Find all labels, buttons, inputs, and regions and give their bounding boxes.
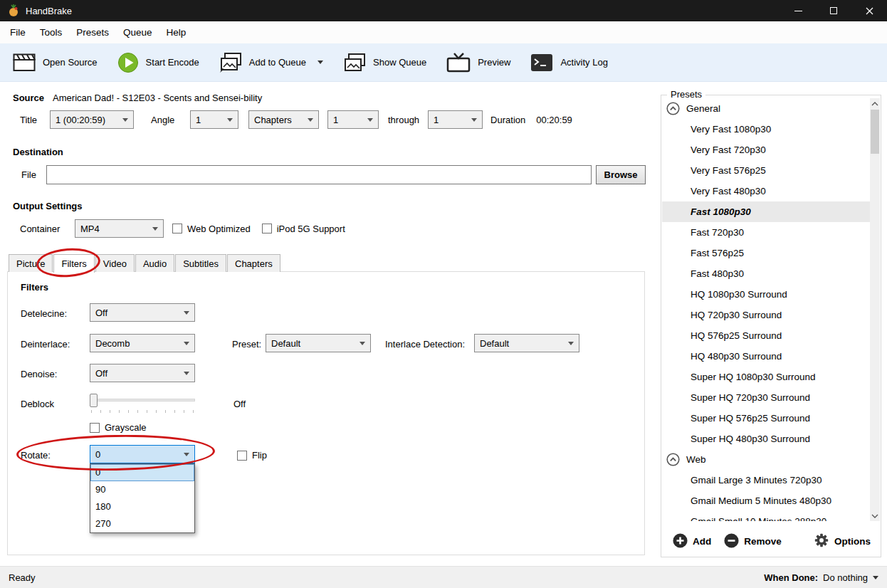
preset-group-general[interactable]: General xyxy=(662,98,870,119)
chevron-down-icon xyxy=(184,342,189,345)
maximize-button[interactable] xyxy=(816,0,851,21)
preset-item[interactable]: Gmail Small 10 Minutes 288p30 xyxy=(662,511,870,521)
preset-item[interactable]: Very Fast 720p30 xyxy=(662,140,870,160)
rotate-option-270[interactable]: 270 xyxy=(90,515,194,532)
rotate-dropdown-list: 0 90 180 270 xyxy=(90,463,195,533)
angle-label: Angle xyxy=(151,115,179,125)
menu-queue[interactable]: Queue xyxy=(116,21,159,43)
interlace-detection-value: Default xyxy=(480,338,564,349)
preset-options-button[interactable]: Options xyxy=(814,532,871,550)
slider-thumb[interactable] xyxy=(90,394,98,407)
rotate-option-180[interactable]: 180 xyxy=(90,498,194,515)
chevron-down-icon xyxy=(227,118,233,122)
close-button[interactable] xyxy=(851,0,887,21)
preset-item[interactable]: Super HQ 720p30 Surround xyxy=(662,387,870,408)
preset-item[interactable]: Super HQ 576p25 Surround xyxy=(662,408,870,429)
web-optimized-label: Web Optimized xyxy=(187,224,251,234)
preview-button[interactable]: Preview xyxy=(436,43,520,81)
preset-item[interactable]: HQ 480p30 Surround xyxy=(662,346,870,367)
preset-item-selected[interactable]: Fast 1080p30 xyxy=(662,201,870,222)
through-label: through xyxy=(388,115,419,125)
preset-item[interactable]: HQ 576p25 Surround xyxy=(662,325,870,346)
preset-item[interactable]: Gmail Medium 5 Minutes 480p30 xyxy=(662,490,870,511)
activity-log-button[interactable]: Activity Log xyxy=(520,43,617,81)
range-type-select[interactable]: Chapters xyxy=(248,110,319,129)
scrollbar-thumb[interactable] xyxy=(871,110,879,154)
deinterlace-value: Decomb xyxy=(95,338,179,349)
title-select[interactable]: 1 (00:20:59) xyxy=(50,110,134,129)
tab-audio[interactable]: Audio xyxy=(135,254,174,272)
preset-item[interactable]: Fast 480p30 xyxy=(662,263,870,284)
toolbar: Open Source Start Encode Add to Queue xyxy=(0,43,887,82)
denoise-select[interactable]: Off xyxy=(90,364,195,382)
presets-scrollbar[interactable] xyxy=(870,98,880,521)
deblock-slider[interactable] xyxy=(90,393,196,413)
preset-item[interactable]: HQ 1080p30 Surround xyxy=(662,284,870,305)
tab-subtitles[interactable]: Subtitles xyxy=(175,254,226,272)
scroll-down-button[interactable] xyxy=(870,510,880,521)
container-label: Container xyxy=(20,224,75,234)
chapter-end-select[interactable]: 1 xyxy=(428,110,483,129)
menu-file[interactable]: File xyxy=(3,21,33,43)
collapse-chevron-icon[interactable] xyxy=(666,453,680,466)
web-optimized-checkbox[interactable] xyxy=(172,224,182,233)
gear-icon xyxy=(814,532,829,550)
minimize-button[interactable] xyxy=(780,0,816,21)
remove-preset-button[interactable]: Remove xyxy=(724,533,782,550)
add-preset-button[interactable]: Add xyxy=(673,533,711,550)
destination-heading: Destination xyxy=(13,147,63,157)
close-icon xyxy=(866,7,873,15)
detelecine-label: Detelecine: xyxy=(21,308,67,319)
container-select[interactable]: MP4 xyxy=(75,219,164,238)
activity-log-label: Activity Log xyxy=(560,57,607,68)
preset-item[interactable]: Fast 576p25 xyxy=(662,243,870,263)
start-encode-button[interactable]: Start Encode xyxy=(107,43,209,81)
range-type-value: Chapters xyxy=(254,115,303,125)
tab-chapters[interactable]: Chapters xyxy=(227,254,280,272)
collapse-chevron-icon[interactable] xyxy=(666,102,680,115)
chapter-start-select[interactable]: 1 xyxy=(327,110,379,129)
tab-picture[interactable]: Picture xyxy=(9,254,53,272)
preset-item[interactable]: Very Fast 480p30 xyxy=(662,181,870,201)
preset-item[interactable]: Fast 720p30 xyxy=(662,222,870,243)
rotate-option-90[interactable]: 90 xyxy=(90,481,194,498)
ipod-support-checkbox[interactable] xyxy=(262,224,272,233)
when-done-control[interactable]: When Done: Do nothing xyxy=(764,572,878,583)
preset-actions: Add Remove xyxy=(673,532,871,550)
preset-item[interactable]: Very Fast 576p25 xyxy=(662,160,870,181)
grayscale-checkbox[interactable] xyxy=(90,423,100,433)
interlace-detection-select[interactable]: Default xyxy=(474,334,579,352)
preview-label: Preview xyxy=(478,57,510,68)
preset-item[interactable]: Super HQ 480p30 Surround xyxy=(662,429,870,449)
rotate-option-0[interactable]: 0 xyxy=(90,464,194,481)
menu-tools[interactable]: Tools xyxy=(33,21,70,43)
open-source-button[interactable]: Open Source xyxy=(3,43,107,81)
tab-video[interactable]: Video xyxy=(95,254,135,272)
scroll-up-button[interactable] xyxy=(870,98,880,109)
destination-file-input[interactable] xyxy=(46,165,592,184)
preset-group-web[interactable]: Web xyxy=(662,449,870,470)
preset-item[interactable]: HQ 720p30 Surround xyxy=(662,305,870,325)
menu-presets[interactable]: Presets xyxy=(69,21,116,43)
browse-button[interactable]: Browse xyxy=(596,165,646,184)
tab-filters[interactable]: Filters xyxy=(53,254,94,273)
deinterlace-preset-select[interactable]: Default xyxy=(266,334,371,352)
detelecine-select[interactable]: Off xyxy=(90,303,195,322)
deinterlace-select[interactable]: Decomb xyxy=(90,334,195,352)
chapter-start-value: 1 xyxy=(333,115,363,125)
statusbar: Ready When Done: Do nothing xyxy=(0,566,887,588)
angle-select[interactable]: 1 xyxy=(190,110,238,129)
deblock-value: Off xyxy=(233,399,246,409)
deinterlace-preset-label: Preset: xyxy=(232,339,261,350)
add-preset-label: Add xyxy=(693,536,711,547)
add-to-queue-button[interactable]: Add to Queue xyxy=(209,43,333,81)
chevron-down-icon[interactable] xyxy=(317,61,323,64)
preset-item[interactable]: Super HQ 1080p30 Surround xyxy=(662,367,870,387)
show-queue-button[interactable]: Show Queue xyxy=(333,43,436,81)
preset-item[interactable]: Gmail Large 3 Minutes 720p30 xyxy=(662,470,870,490)
preset-item[interactable]: Very Fast 1080p30 xyxy=(662,119,870,140)
source-label: Source xyxy=(13,93,44,103)
rotate-select[interactable]: 0 xyxy=(90,445,195,463)
menu-help[interactable]: Help xyxy=(159,21,194,43)
flip-checkbox[interactable] xyxy=(237,451,247,461)
